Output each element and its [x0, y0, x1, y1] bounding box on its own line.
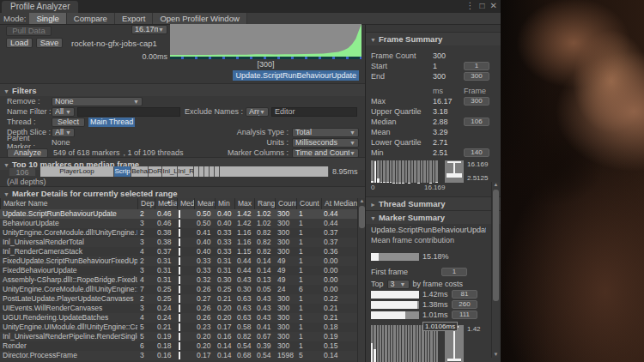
value-cell — [177, 219, 194, 228]
scroll-up-icon[interactable]: ▲ — [492, 182, 500, 188]
frame-jump-button[interactable]: 111 — [452, 311, 477, 319]
maximize-icon[interactable]: □ — [480, 1, 485, 11]
mode-button-compare[interactable]: Compare — [67, 13, 115, 24]
exclude-names-input[interactable] — [271, 107, 357, 117]
analysis-type-dropdown[interactable]: Total▼ — [292, 128, 359, 137]
column-header-media[interactable]: Media▲ — [155, 198, 177, 209]
table-row[interactable]: Render60.180.200.140.540.3930010.15 — [0, 341, 357, 351]
frame-jump-button[interactable]: 106 — [464, 118, 489, 126]
panel-scrollbar[interactable]: ▲ ▼ — [491, 182, 499, 358]
frame-jump-button[interactable]: 140 — [464, 148, 489, 157]
pull-data-button[interactable]: Pull Data — [6, 26, 52, 36]
table-row[interactable]: BehaviourUpdate30.460.500.401.421.023001… — [0, 219, 357, 228]
top10-segment[interactable]: Beha — [131, 166, 148, 177]
scroll-down-icon[interactable]: ▼ — [492, 352, 500, 358]
value-cell: 2 — [137, 256, 155, 266]
chart-scale-dropdown[interactable]: 16.17ms▼ — [131, 25, 167, 34]
top10-segment[interactable] — [220, 166, 329, 177]
units-dropdown[interactable]: Milliseconds▼ — [292, 138, 359, 148]
top10-segment[interactable]: DoR — [149, 166, 163, 177]
frame-jump-button[interactable]: 260 — [452, 300, 477, 309]
marker-summary-header[interactable]: ▼Marker Summary — [366, 210, 501, 224]
cost-ms-label: 1.01ms — [422, 311, 452, 319]
table-row[interactable]: UnityEngine.CoreModule.dll!UnityEngine::… — [0, 285, 357, 294]
column-header-depth[interactable]: Depth — [137, 198, 155, 209]
save-button[interactable]: Save — [36, 38, 63, 48]
filters-header[interactable]: ▼Filters — [0, 84, 365, 96]
column-header-count[interactable]: Count — [275, 198, 296, 209]
top-count-dropdown[interactable]: 3▼ — [387, 280, 410, 289]
thread-summary-header[interactable]: ►Thread Summary — [366, 196, 501, 210]
column-header-at-median-f[interactable]: At Median F — [321, 198, 357, 209]
value-cell: 0.38 — [155, 228, 177, 238]
table-row[interactable]: Assembly-CSharp.dll!::RopeBridge.FixedUp… — [0, 275, 357, 285]
marker-name-cell: UnityEngine.UIModule.dll!UnityEngine::Ca… — [0, 323, 137, 332]
name-filter-mode-dropdown[interactable]: All▼ — [52, 107, 75, 117]
column-header-range[interactable]: Range — [254, 198, 275, 209]
frame-time-chart[interactable] — [170, 24, 361, 59]
column-header-media[interactable]: Media — [177, 198, 194, 209]
window-tab[interactable]: Profile Analyzer — [2, 1, 78, 13]
marker-name-cell: Update.ScriptRunBehaviourUpdate — [0, 209, 137, 219]
remove-dropdown[interactable]: None▼ — [52, 97, 143, 106]
table-row[interactable]: Update.ScriptRunBehaviourUpdate20.460.50… — [0, 209, 357, 219]
sort-ascending-icon: ▲ — [167, 198, 172, 208]
column-header-marker-name[interactable]: Marker Name — [0, 198, 137, 209]
table-row[interactable]: UIEvents.WillRenderCanvases30.240.260.20… — [0, 304, 357, 313]
value-cell: 3 — [137, 219, 155, 228]
table-row[interactable]: Inl_UniversalRenderPipeline.RenderSingle… — [0, 332, 357, 341]
column-header-min[interactable]: Min — [215, 198, 234, 209]
frame-jump-button[interactable]: 300 — [464, 72, 489, 81]
chevron-down-icon: ▼ — [349, 129, 355, 136]
mode-toolbar: Mode: SingleCompareExportOpen Profiler W… — [0, 13, 501, 25]
scrollbar-thumb[interactable] — [359, 206, 365, 228]
mode-button-single[interactable]: Single — [29, 13, 66, 24]
table-row[interactable]: Inl_UniversalRenderTotal30.380.400.331.1… — [0, 238, 357, 247]
foldout-open-icon: ▼ — [3, 88, 9, 94]
value-cell: 0.26 — [194, 313, 215, 323]
value-cell: 2 — [137, 294, 155, 304]
frame-jump-button[interactable]: 1 — [464, 62, 489, 70]
table-row[interactable]: PostLateUpdate.PlayerUpdateCanvases20.25… — [0, 294, 357, 304]
stat-ms-value: 16.17 — [433, 97, 464, 106]
value-cell: 1 — [296, 238, 321, 247]
load-button[interactable]: Load — [6, 38, 33, 48]
depth-slice-dropdown[interactable]: All▼ — [52, 128, 75, 137]
table-scrollbar[interactable]: ▲ ▼ — [357, 198, 365, 362]
name-filter-input[interactable] — [77, 107, 180, 117]
top10-segment[interactable]: Inl_R — [178, 166, 194, 177]
histogram-bin — [374, 160, 377, 183]
frame-jump-button[interactable]: 300 — [464, 97, 489, 106]
table-row[interactable]: Inl_RenderCameraStack40.370.400.331.150.… — [0, 247, 357, 256]
stat-value: 300 — [433, 72, 464, 81]
thread-select-button[interactable]: Select — [52, 118, 85, 127]
table-row[interactable]: Director.ProcessFrame30.160.170.140.680.… — [0, 351, 357, 360]
exclude-mode-dropdown[interactable]: Any▼ — [246, 107, 269, 117]
column-header-mean[interactable]: Mean — [194, 198, 215, 209]
chevron-down-icon: ▼ — [133, 98, 139, 106]
frame-summary-header[interactable]: ▼Frame Summary — [366, 32, 501, 45]
table-row[interactable]: UnityEngine.UIModule.dll!UnityEngine::Ca… — [0, 323, 357, 332]
table-row[interactable]: FixedBehaviourUpdate30.310.330.310.440.1… — [0, 266, 357, 275]
column-header-count-fr[interactable]: Count Fr — [296, 198, 321, 209]
table-row[interactable]: UnityEngine.CoreModule.dll!UnityEngine.R… — [0, 228, 357, 238]
value-cell: 1 — [296, 313, 321, 323]
top10-segment[interactable]: PlayerLoop — [40, 166, 114, 177]
mode-button-open-profiler-window[interactable]: Open Profiler Window — [153, 13, 246, 24]
scrollbar-thumb[interactable] — [493, 190, 499, 301]
top10-segment[interactable]: Inl_L — [162, 166, 178, 177]
frame-jump-button[interactable]: 81 — [452, 290, 477, 299]
table-row[interactable]: UGUI.Rendering.UpdateBatches40.240.260.2… — [0, 313, 357, 323]
marker-columns-dropdown[interactable]: Time and Count▼ — [292, 148, 359, 158]
close-icon[interactable]: ✕ — [490, 1, 497, 11]
frame-summary-stat-row: Median2.88106 — [366, 117, 501, 127]
value-cell: 4 — [137, 275, 155, 285]
marker-details-header[interactable]: ▼Marker Details for currently selected r… — [0, 186, 365, 199]
top10-segment[interactable]: Scrip — [114, 166, 131, 177]
mode-button-export[interactable]: Export — [115, 13, 153, 24]
analyze-button[interactable]: Analyze — [7, 148, 48, 158]
first-frame-button[interactable]: 1 — [441, 268, 467, 276]
column-header-max[interactable]: Max — [234, 198, 254, 209]
panel-menu-icon[interactable]: ⋮ — [466, 1, 475, 11]
table-row[interactable]: FixedUpdate.ScriptRunBehaviourFixedUpdat… — [0, 256, 357, 266]
